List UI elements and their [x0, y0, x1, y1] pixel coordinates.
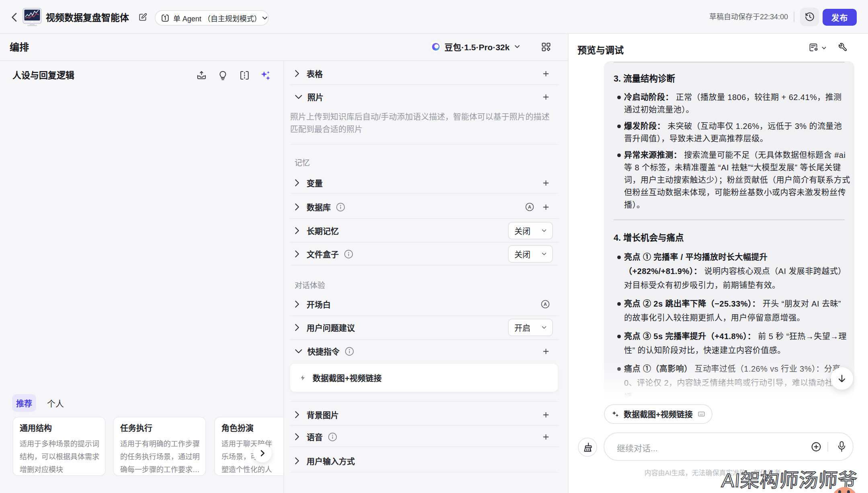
svg-text:A: A [528, 205, 531, 209]
svg-text:A: A [544, 302, 547, 307]
